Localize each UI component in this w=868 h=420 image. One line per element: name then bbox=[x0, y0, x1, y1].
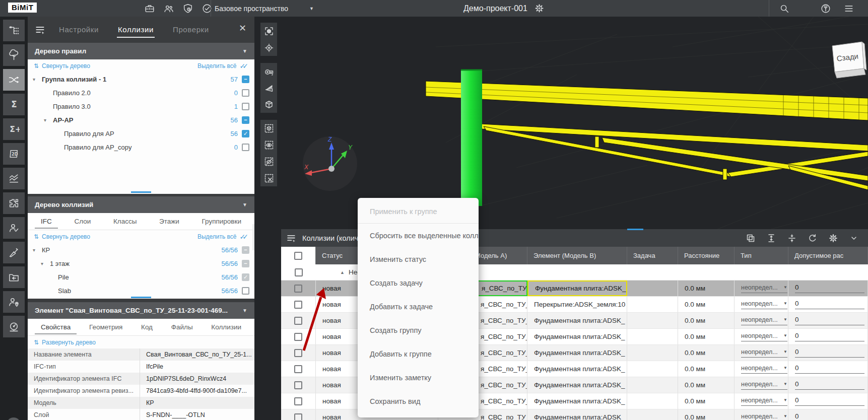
briefcase-icon[interactable] bbox=[144, 3, 156, 15]
table-menu-icon[interactable] bbox=[286, 233, 297, 244]
element-header[interactable]: Элемент "Свая_Винтовая_СВС_по_ТУ_25-11-2… bbox=[28, 302, 254, 319]
tree-item-checkbox[interactable] bbox=[242, 103, 249, 110]
tab-Коллизии[interactable]: Коллизии bbox=[209, 319, 243, 335]
tree-item[interactable]: Pile56/56✓ bbox=[28, 270, 254, 284]
tree-item-checkbox[interactable]: ✓ bbox=[242, 130, 249, 137]
tree-item-checkbox[interactable]: − bbox=[242, 76, 249, 83]
menu-item-1[interactable]: Сбросить все выделенные коллизии bbox=[358, 224, 479, 247]
tree-item[interactable]: Правило для АР_copy0 bbox=[28, 141, 254, 154]
tab-IFC[interactable]: IFC bbox=[39, 214, 54, 230]
expand-tree-link[interactable]: ⇅Развернуть дерево bbox=[34, 339, 96, 346]
type-dropdown[interactable]: неопредел...▼ bbox=[741, 348, 787, 358]
panel-menu-icon[interactable] bbox=[35, 24, 46, 35]
team-icon[interactable] bbox=[163, 3, 175, 15]
allowed-distance-input[interactable]: 0 bbox=[795, 364, 864, 374]
section-plane-button[interactable] bbox=[260, 80, 277, 96]
column-header-4[interactable]: Расстояние bbox=[678, 247, 735, 264]
selected-pile-element[interactable] bbox=[461, 70, 482, 206]
allowed-distance-input[interactable]: 0 bbox=[795, 348, 864, 358]
tree-item-checkbox[interactable] bbox=[242, 89, 249, 97]
sidebar-item-charts[interactable] bbox=[3, 168, 25, 189]
type-dropdown[interactable]: неопредел...▼ bbox=[741, 397, 787, 406]
tree-item[interactable]: Slab56/56 bbox=[28, 284, 254, 298]
collapse-section-icon[interactable]: ▼ bbox=[242, 48, 247, 54]
menu-item-3[interactable]: Создать задачу bbox=[358, 271, 479, 295]
tree-item-checkbox[interactable] bbox=[242, 144, 249, 151]
check-circle-icon[interactable] bbox=[201, 3, 213, 15]
tab-Код[interactable]: Код bbox=[139, 319, 155, 335]
tree-item[interactable]: ▾Группа коллизий - 157− bbox=[28, 73, 254, 86]
type-dropdown[interactable]: неопредел...▼ bbox=[741, 413, 787, 420]
clear-selection-button[interactable] bbox=[260, 170, 277, 186]
menu-item-6[interactable]: Добавить к группе bbox=[358, 342, 479, 366]
row-checkbox[interactable] bbox=[294, 397, 302, 405]
sidebar-item-collisions[interactable] bbox=[3, 69, 25, 91]
show-selected-button[interactable] bbox=[260, 136, 277, 153]
column-header-3[interactable]: Задача bbox=[627, 247, 678, 264]
select-box-button[interactable] bbox=[260, 120, 277, 136]
sidebar-item-trowel[interactable] bbox=[3, 242, 25, 263]
rules-tree-header[interactable]: Дерево правил ▼ bbox=[28, 43, 254, 59]
sidebar-item-folder-import[interactable] bbox=[3, 266, 25, 288]
menu-item-2[interactable]: Изменить статус bbox=[358, 247, 479, 271]
publish-icon[interactable] bbox=[820, 3, 832, 15]
tab-Этажи[interactable]: Этажи bbox=[157, 214, 181, 230]
menu-item-5[interactable]: Создать группу bbox=[358, 318, 479, 342]
row-checkbox[interactable] bbox=[294, 413, 302, 420]
zoom-fit-button[interactable] bbox=[260, 23, 277, 39]
allowed-distance-input[interactable]: 0 bbox=[795, 412, 864, 420]
tree-item[interactable]: ▾АР-АР56− bbox=[28, 113, 254, 127]
row-checkbox[interactable] bbox=[295, 268, 303, 276]
tree-item[interactable]: ▾1 этаж56/56− bbox=[28, 257, 254, 270]
type-dropdown[interactable]: неопредел...▼ bbox=[741, 381, 787, 390]
expander-icon[interactable]: ▾ bbox=[33, 247, 42, 253]
allowed-distance-input[interactable]: 0 bbox=[795, 396, 864, 406]
collapse-rows-icon[interactable] bbox=[786, 232, 798, 244]
tree-item[interactable]: ▾КР56/56− bbox=[28, 243, 254, 257]
expander-icon[interactable]: ▾ bbox=[33, 77, 42, 82]
section-resize-handle[interactable] bbox=[131, 297, 151, 298]
tab-Слои[interactable]: Слои bbox=[72, 214, 93, 230]
navigation-cube[interactable]: Сзади bbox=[832, 42, 866, 78]
tab-Группировки[interactable]: Группировки bbox=[199, 214, 243, 230]
sidebar-item-user-check[interactable] bbox=[3, 217, 25, 239]
column-header-2[interactable]: Элемент (Модель B) bbox=[527, 247, 627, 264]
allowed-distance-input[interactable]: 0 bbox=[795, 380, 864, 390]
collapse-section-icon[interactable]: ▼ bbox=[242, 308, 247, 313]
table-settings-gear-icon[interactable] bbox=[827, 232, 839, 244]
bell-icon[interactable] bbox=[866, 3, 868, 15]
tree-item-checkbox[interactable]: ✓ bbox=[242, 273, 249, 281]
tree-item-checkbox[interactable]: − bbox=[242, 260, 249, 267]
help-button[interactable]: ? bbox=[7, 417, 21, 420]
sidebar-item-sum[interactable]: Σ bbox=[3, 94, 25, 115]
tree-item[interactable]: Правило 3.01 bbox=[28, 100, 254, 113]
collapse-section-icon[interactable]: ▼ bbox=[242, 202, 247, 207]
menu-item-8[interactable]: Сохранить вид bbox=[358, 389, 479, 413]
collisions-tree-header[interactable]: Дерево коллизий ▼ bbox=[28, 196, 254, 213]
tree-item[interactable]: Правило 2.00 bbox=[28, 86, 254, 100]
sidebar-item-plugins[interactable] bbox=[3, 192, 25, 214]
type-dropdown[interactable]: неопредел...▼ bbox=[741, 284, 787, 293]
tab-Геометрия[interactable]: Геометрия bbox=[87, 319, 124, 335]
sidebar-item-model-structure[interactable] bbox=[3, 20, 25, 41]
group-copy-icon[interactable] bbox=[745, 232, 757, 244]
allowed-distance-input[interactable]: 0 bbox=[795, 332, 864, 341]
tab-Настройки[interactable]: Настройки bbox=[58, 22, 100, 38]
allowed-distance-input[interactable]: 0 bbox=[795, 284, 864, 293]
tree-item[interactable]: Правило для АР56✓ bbox=[28, 127, 254, 141]
tab-Свойства[interactable]: Свойства bbox=[39, 319, 73, 335]
orientation-gizmo[interactable]: X Z Y bbox=[303, 136, 357, 191]
section-box-button[interactable] bbox=[260, 96, 277, 113]
allowed-distance-input[interactable]: 0 bbox=[795, 300, 864, 309]
menu-item-7[interactable]: Изменить заметку bbox=[358, 366, 479, 389]
list-icon[interactable] bbox=[843, 3, 855, 15]
expander-icon[interactable]: ▾ bbox=[41, 261, 50, 266]
close-panel-icon[interactable]: ✕ bbox=[239, 24, 246, 33]
tree-item-checkbox[interactable]: − bbox=[242, 116, 249, 124]
collapse-tree-link[interactable]: ⇅Свернуть дерево bbox=[34, 233, 90, 240]
row-checkbox[interactable] bbox=[294, 365, 302, 373]
refresh-icon[interactable] bbox=[807, 232, 819, 244]
type-dropdown[interactable]: неопредел...▼ bbox=[741, 365, 787, 374]
tree-item-checkbox[interactable] bbox=[242, 287, 249, 295]
chevron-down-icon[interactable] bbox=[848, 232, 860, 244]
